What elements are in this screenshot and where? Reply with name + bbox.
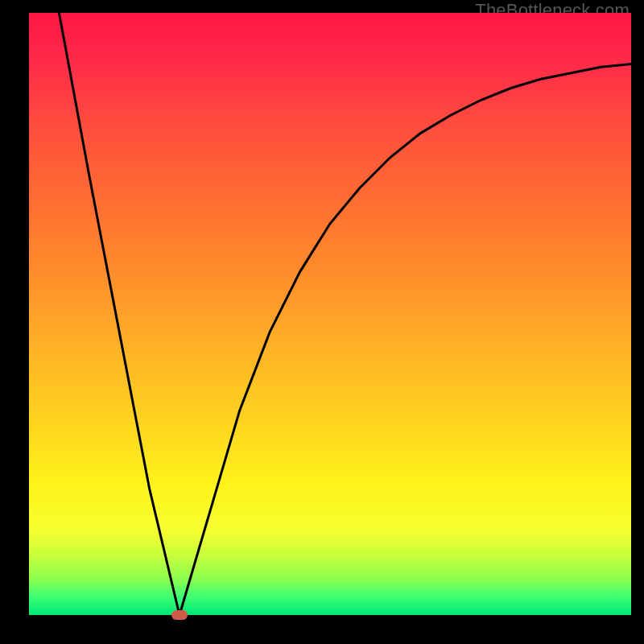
bottleneck-curve	[29, 13, 631, 615]
curve-path	[59, 13, 631, 615]
plot-area	[29, 13, 631, 615]
chart-frame: TheBottleneck.com	[0, 0, 644, 644]
min-marker	[171, 610, 188, 620]
